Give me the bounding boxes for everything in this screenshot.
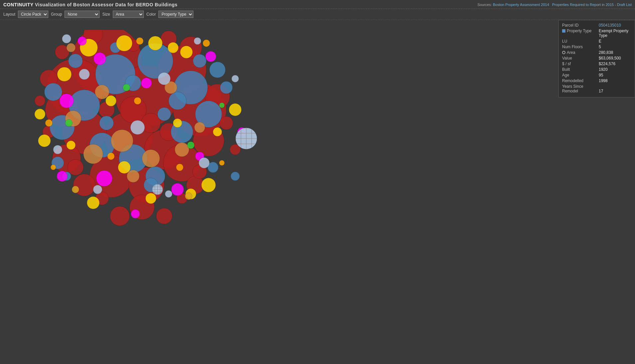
data-circle[interactable]: [136, 38, 143, 45]
data-circle[interactable]: [165, 190, 172, 197]
data-circle[interactable]: [100, 116, 114, 130]
data-circle[interactable]: [171, 183, 184, 195]
main-content: Parcel ID 0504135010 Property Type Exemp…: [0, 20, 635, 364]
data-circle[interactable]: [185, 192, 192, 199]
data-circle[interactable]: [53, 145, 62, 154]
data-circle[interactable]: [148, 36, 162, 51]
data-circle[interactable]: [157, 107, 171, 121]
data-circle[interactable]: [194, 122, 205, 133]
data-circle[interactable]: [67, 141, 76, 150]
data-circle[interactable]: [35, 109, 45, 119]
property-type-swatch: [562, 29, 565, 33]
data-circle[interactable]: [176, 164, 183, 171]
age-label: Age: [562, 73, 599, 77]
data-circle[interactable]: [229, 103, 241, 116]
layout-select[interactable]: Circle PackTreemapForce: [18, 11, 48, 18]
data-circle[interactable]: [199, 158, 209, 168]
data-circle[interactable]: [38, 135, 51, 147]
data-circle[interactable]: [84, 144, 103, 164]
remodel-row: Remodel 17: [562, 89, 631, 93]
num-floors-value: 5: [599, 45, 631, 49]
data-circle[interactable]: [107, 153, 114, 160]
data-circle[interactable]: [169, 92, 186, 110]
data-circle[interactable]: [62, 34, 71, 43]
data-circle[interactable]: [116, 35, 132, 51]
data-circle[interactable]: [72, 186, 79, 193]
value-row: Value $63,069,500: [562, 56, 631, 61]
data-circle[interactable]: [156, 208, 172, 224]
data-circle[interactable]: [111, 130, 133, 152]
data-circle[interactable]: [110, 206, 130, 226]
visualization-area[interactable]: [0, 20, 635, 364]
parcel-id-row: Parcel ID 0504135010: [562, 23, 631, 28]
data-circle[interactable]: [51, 165, 56, 170]
data-circle[interactable]: [68, 159, 84, 175]
data-circle[interactable]: [187, 142, 194, 149]
data-circle[interactable]: [44, 83, 62, 101]
data-circle[interactable]: [95, 85, 109, 99]
data-circle[interactable]: [141, 78, 152, 88]
data-circle[interactable]: [158, 72, 170, 85]
data-circle[interactable]: [205, 51, 216, 62]
data-circle[interactable]: [201, 178, 216, 192]
data-circle[interactable]: [142, 150, 160, 167]
parcel-id-value[interactable]: 0504135010: [599, 23, 631, 28]
data-circle[interactable]: [232, 75, 239, 82]
data-circle[interactable]: [57, 67, 72, 81]
data-circle[interactable]: [60, 94, 74, 108]
group-select[interactable]: NoneProperty TypeLUWard: [65, 11, 100, 18]
data-circle[interactable]: [96, 171, 112, 186]
data-circle[interactable]: [220, 116, 233, 130]
data-circle[interactable]: [209, 62, 225, 78]
data-circle[interactable]: [134, 97, 141, 104]
data-circle[interactable]: [35, 95, 45, 106]
data-circle[interactable]: [145, 193, 156, 204]
area-label: Area: [562, 50, 599, 55]
data-circle[interactable]: [203, 40, 210, 47]
data-circle[interactable]: [194, 38, 201, 45]
header: CONTINUITY Visualization of Boston Asses…: [0, 0, 635, 9]
data-circle[interactable]: [78, 37, 87, 46]
years-since-row: Years Since Remodel 17: [562, 84, 631, 93]
data-circle[interactable]: [123, 84, 130, 91]
data-circle[interactable]: [94, 53, 106, 65]
data-circle[interactable]: [131, 209, 140, 218]
size-select[interactable]: AreaValueNum Floors: [113, 11, 144, 18]
data-circle[interactable]: [79, 69, 90, 79]
data-circle[interactable]: [87, 196, 99, 209]
title-continuity: CONTINUITY: [3, 2, 34, 7]
data-circle[interactable]: [57, 171, 68, 182]
group-label: Group: [51, 12, 62, 17]
data-circle[interactable]: [231, 172, 240, 181]
data-circle[interactable]: [130, 120, 145, 135]
area-radio[interactable]: [562, 51, 565, 54]
data-circle[interactable]: [168, 42, 178, 53]
data-circle[interactable]: [68, 54, 83, 68]
data-circle[interactable]: [65, 119, 72, 126]
data-circle[interactable]: [106, 95, 116, 106]
data-circle[interactable]: [118, 161, 130, 174]
source1-link[interactable]: Boston Property Assessment 2014: [493, 3, 549, 7]
data-circle[interactable]: [93, 185, 102, 194]
data-circle[interactable]: [173, 119, 182, 128]
data-circle[interactable]: [175, 143, 189, 157]
property-type-row: Property Type Exempt Property Type: [562, 29, 631, 38]
parcel-id-label: Parcel ID: [562, 23, 599, 28]
info-panel: Parcel ID 0504135010 Property Type Exemp…: [558, 20, 635, 97]
built-label: Built: [562, 67, 599, 72]
data-circle[interactable]: [180, 46, 192, 58]
area-value: 280,838: [599, 50, 631, 55]
data-circle[interactable]: [213, 127, 222, 136]
color-label: Color: [146, 12, 156, 17]
source2-link[interactable]: Properties Required to Report in 2015 - …: [552, 3, 632, 7]
num-floors-row: Num Floors 5: [562, 45, 631, 49]
data-circle[interactable]: [45, 119, 52, 126]
data-circle[interactable]: [193, 54, 206, 67]
data-circle[interactable]: [220, 81, 232, 94]
data-circle[interactable]: [219, 103, 225, 108]
data-circle[interactable]: [67, 43, 76, 52]
circle-pack-chart[interactable]: [30, 30, 263, 229]
data-circle[interactable]: [219, 160, 225, 166]
data-circle[interactable]: [127, 170, 139, 182]
color-select[interactable]: Property TypeLUAgeValue: [158, 11, 193, 18]
